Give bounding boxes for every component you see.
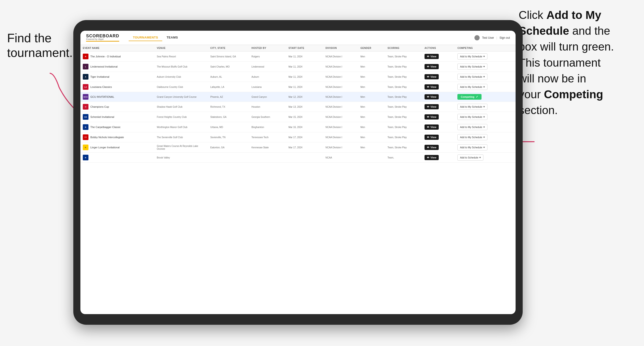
plus-icon-1: + bbox=[483, 55, 485, 58]
col-header-competing: COMPETING bbox=[455, 45, 516, 51]
cell-start-10: Mar 17, 2024 bbox=[286, 142, 323, 153]
cell-competing-8: Add to My Schedule + bbox=[455, 122, 516, 132]
cell-city-6: Richmond, TX bbox=[208, 102, 249, 112]
cell-venue-4: Oakbourne Country Club bbox=[154, 82, 208, 92]
team-logo-1: R bbox=[83, 54, 88, 59]
cell-hosted-7: Georgia Southern bbox=[249, 112, 286, 122]
view-button-9[interactable]: 👁 View bbox=[424, 135, 439, 140]
header-right: Test User | Sign out bbox=[474, 35, 510, 40]
table-row: TT Bobby Nichols Intercollegiate The Sev… bbox=[80, 132, 516, 142]
col-header-division: DIVISION bbox=[323, 45, 358, 51]
eye-icon-2: 👁 bbox=[427, 65, 429, 68]
add-schedule-button-3[interactable]: Add to My Schedule + bbox=[458, 74, 488, 80]
competing-button-5[interactable]: Competing ✓ bbox=[458, 94, 481, 100]
view-button-6[interactable]: 👁 View bbox=[424, 104, 439, 109]
view-button-11[interactable]: 👁 View bbox=[424, 155, 439, 160]
add-schedule-button-9[interactable]: Add to My Schedule + bbox=[458, 134, 488, 140]
cell-venue-10: Great Waters Course At Reynolds Lake Oco… bbox=[154, 142, 208, 153]
user-avatar bbox=[474, 35, 480, 40]
eye-icon-6: 👁 bbox=[427, 106, 429, 108]
event-name-4: Louisiana Classics bbox=[90, 85, 112, 88]
eye-icon-10: 👁 bbox=[427, 146, 429, 149]
cell-division-5: NCAA Division I bbox=[323, 92, 358, 102]
tournaments-table: EVENT NAME VENUE CITY, STATE HOSTED BY S… bbox=[80, 45, 516, 163]
add-schedule-button-10[interactable]: Add to My Schedule + bbox=[458, 144, 488, 151]
user-name: Test User bbox=[482, 36, 494, 39]
cell-city-3: Auburn, AL bbox=[208, 72, 249, 82]
cell-hosted-8: Binghamton bbox=[249, 122, 286, 132]
cell-start-7: Mar 15, 2024 bbox=[286, 112, 323, 122]
view-button-8[interactable]: 👁 View bbox=[424, 125, 439, 130]
cell-scoring-7: Team, Stroke Play bbox=[385, 112, 422, 122]
tab-tournaments[interactable]: TOURNAMENTS bbox=[129, 34, 162, 41]
cell-actions-1: 👁 View bbox=[422, 51, 455, 62]
cell-scoring-5: Team, Stroke Play bbox=[385, 92, 422, 102]
event-name-7: Schenkel Invitational bbox=[90, 116, 114, 118]
cell-division-7: NCAA Division I bbox=[323, 112, 358, 122]
event-name-9: Bobby Nichols Intercollegiate bbox=[90, 136, 124, 139]
event-name-1: The Johnnie - O Individual bbox=[90, 55, 120, 58]
cell-scoring-9: Team, Stroke Play bbox=[385, 132, 422, 142]
cell-division-3: NCAA Division I bbox=[323, 72, 358, 82]
col-header-event: EVENT NAME bbox=[80, 45, 154, 51]
view-button-5[interactable]: 👁 View bbox=[424, 94, 439, 99]
add-schedule-button-11[interactable]: Add to Schedule + bbox=[458, 155, 484, 161]
app-header: SCOREBOARD Powered by clippd TOURNAMENTS… bbox=[80, 31, 516, 45]
plus-icon-7: + bbox=[483, 115, 485, 119]
view-button-10[interactable]: 👁 View bbox=[424, 145, 439, 150]
cell-gender-7: Men bbox=[358, 112, 385, 122]
table-row: GS Schenkel Invitational Forest Heights … bbox=[80, 112, 516, 122]
cell-actions-10: 👁 View bbox=[422, 142, 455, 153]
event-name-2: Lindenwood Invitational bbox=[90, 65, 118, 68]
tab-teams[interactable]: TEAMS bbox=[162, 34, 182, 41]
event-name-5: GCU INVITATIONAL bbox=[90, 95, 114, 98]
cell-actions-4: 👁 View bbox=[422, 82, 455, 92]
cell-scoring-3: Team, Stroke Play bbox=[385, 72, 422, 82]
cell-division-2: NCAA Division I bbox=[323, 62, 358, 72]
cell-gender-1: Men bbox=[358, 51, 385, 62]
view-button-4[interactable]: 👁 View bbox=[424, 84, 439, 90]
add-schedule-button-4[interactable]: Add to My Schedule + bbox=[458, 84, 488, 90]
cell-gender-4: Men bbox=[358, 82, 385, 92]
cell-event-11: B bbox=[80, 153, 154, 163]
cell-competing-1: Add to My Schedule + bbox=[455, 51, 516, 62]
table-row: B Brook Valley NCAA Team, 👁 View Add to … bbox=[80, 153, 516, 163]
add-schedule-button-7[interactable]: Add to My Schedule + bbox=[458, 114, 488, 120]
cell-hosted-1: Rutgers bbox=[249, 51, 286, 62]
col-header-city: CITY, STATE bbox=[208, 45, 249, 51]
team-logo-10: K bbox=[83, 145, 88, 150]
cell-division-1: NCAA Division I bbox=[323, 51, 358, 62]
sign-out-link[interactable]: Sign out bbox=[500, 36, 510, 39]
cell-city-10: Eatonton, GA bbox=[208, 142, 249, 153]
cell-gender-2: Men bbox=[358, 62, 385, 72]
cell-hosted-3: Auburn bbox=[249, 72, 286, 82]
add-schedule-button-8[interactable]: Add to My Schedule + bbox=[458, 124, 488, 130]
cell-competing-7: Add to My Schedule + bbox=[455, 112, 516, 122]
plus-icon-8: + bbox=[483, 125, 485, 129]
add-schedule-button-1[interactable]: Add to My Schedule + bbox=[458, 53, 488, 59]
cell-gender-6: Men bbox=[358, 102, 385, 112]
event-name-10: Linger Longer Invitational bbox=[90, 146, 120, 149]
cell-start-5: Mar 12, 2024 bbox=[286, 92, 323, 102]
eye-icon-8: 👁 bbox=[427, 126, 429, 129]
table-row: L Lindenwood Invitational The Missouri B… bbox=[80, 62, 516, 72]
view-button-3[interactable]: 👁 View bbox=[424, 74, 439, 79]
add-schedule-button-6[interactable]: Add to My Schedule + bbox=[458, 104, 488, 110]
cell-actions-7: 👁 View bbox=[422, 112, 455, 122]
cell-city-2: Saint Charles, MO bbox=[208, 62, 249, 72]
nav-tabs: TOURNAMENTS TEAMS bbox=[129, 34, 182, 41]
cell-hosted-4: Louisiana bbox=[249, 82, 286, 92]
cell-start-11 bbox=[286, 153, 323, 163]
table-row: H Champions Cup Shadow Hawk Golf Club Ri… bbox=[80, 102, 516, 112]
cell-actions-3: 👁 View bbox=[422, 72, 455, 82]
view-button-1[interactable]: 👁 View bbox=[424, 54, 439, 59]
view-button-7[interactable]: 👁 View bbox=[424, 114, 439, 120]
plus-icon-6: + bbox=[483, 105, 485, 108]
cell-division-4: NCAA Division I bbox=[323, 82, 358, 92]
add-schedule-button-2[interactable]: Add to My Schedule + bbox=[458, 63, 488, 70]
cell-start-2: Mar 11, 2024 bbox=[286, 62, 323, 72]
table-header-row: EVENT NAME VENUE CITY, STATE HOSTED BY S… bbox=[80, 45, 516, 51]
team-logo-5: GCU bbox=[83, 94, 88, 100]
cell-division-9: NCAA Division I bbox=[323, 132, 358, 142]
view-button-2[interactable]: 👁 View bbox=[424, 64, 439, 69]
